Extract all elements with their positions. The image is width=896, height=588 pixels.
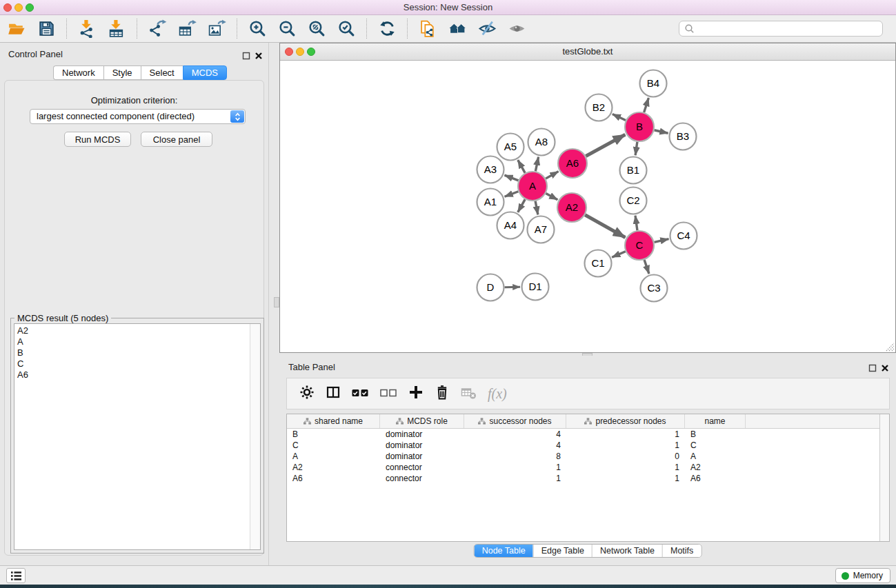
export-network-button[interactable] — [148, 19, 167, 39]
edge-A-A5[interactable] — [518, 160, 525, 173]
export-image-button[interactable] — [207, 19, 226, 39]
edge-C-C4[interactable] — [654, 239, 668, 243]
minimize-window-button[interactable] — [14, 3, 23, 12]
delete-column-button[interactable] — [435, 385, 450, 403]
table-cell[interactable]: 1 — [566, 440, 685, 450]
mcds-result-item[interactable]: A6 — [14, 369, 249, 381]
float-panel-icon[interactable] — [242, 50, 250, 63]
open-session-button[interactable] — [7, 19, 26, 39]
table-cell[interactable]: 1 — [566, 463, 685, 472]
save-session-button[interactable] — [37, 19, 56, 39]
table-cell[interactable]: C — [287, 440, 380, 450]
tab-style[interactable]: Style — [103, 65, 141, 80]
table-cell[interactable]: 1 — [464, 474, 566, 483]
edge-C-C2[interactable] — [635, 216, 637, 230]
tab-select[interactable]: Select — [141, 65, 183, 80]
network-zoom-button[interactable] — [307, 48, 315, 56]
table-cell[interactable]: A — [287, 452, 380, 461]
tab-node-table[interactable]: Node Table — [475, 545, 533, 557]
network-graph[interactable]: AA1A2A3A4A5A6A7A8BB1B2B3B4CC1C2C3C4DD1 — [280, 61, 895, 352]
column-header-name[interactable]: name — [685, 414, 746, 428]
close-panel-icon[interactable] — [255, 50, 263, 63]
edge-A-A4[interactable] — [518, 199, 525, 212]
network-minimize-button[interactable] — [296, 48, 304, 56]
zoom-in-button[interactable] — [248, 19, 267, 39]
duplicate-network-button[interactable] — [418, 19, 437, 39]
table-cell[interactable]: C — [685, 440, 746, 450]
table-settings-button[interactable] — [299, 385, 315, 403]
task-history-button[interactable] — [6, 568, 26, 583]
run-mcds-button[interactable]: Run MCDS — [64, 132, 131, 147]
tab-edge-table[interactable]: Edge Table — [533, 545, 592, 557]
network-close-button[interactable] — [285, 48, 293, 56]
table-row[interactable]: Bdominator41B — [287, 429, 889, 440]
edge-B-B2[interactable] — [613, 114, 626, 120]
edge-B-B1[interactable] — [635, 142, 637, 155]
zoom-fit-button[interactable] — [307, 19, 326, 39]
column-header-MCDS-role[interactable]: MCDS role — [380, 414, 464, 428]
table-cell[interactable]: A6 — [287, 474, 380, 483]
edge-B-B3[interactable] — [654, 130, 668, 133]
table-cell[interactable]: dominator — [380, 429, 464, 439]
column-header-successor-nodes[interactable]: successor nodes — [464, 414, 566, 428]
edge-A-A6[interactable] — [546, 172, 558, 179]
edge-B-B4[interactable] — [644, 98, 649, 112]
table-cell[interactable]: A2 — [287, 463, 380, 472]
refresh-button[interactable] — [377, 19, 397, 39]
edge-A-A7[interactable] — [535, 201, 538, 215]
show-column-button[interactable] — [326, 385, 341, 403]
network-canvas[interactable]: AA1A2A3A4A5A6A7A8BB1B2B3B4CC1C2C3C4DD1 — [280, 61, 895, 352]
mcds-result-item[interactable]: B — [14, 347, 249, 358]
table-cell[interactable]: connector — [380, 474, 464, 483]
select-all-columns-button[interactable] — [352, 387, 369, 401]
edge-A-A3[interactable] — [504, 175, 518, 181]
table-cell[interactable]: 8 — [464, 452, 566, 461]
mcds-result-item[interactable]: A2 — [14, 325, 249, 336]
edge-A-A2[interactable] — [546, 194, 557, 200]
zoom-out-button[interactable] — [277, 19, 297, 39]
hide-panel-button[interactable] — [477, 19, 497, 39]
tab-network-table[interactable]: Network Table — [592, 545, 662, 557]
search-input[interactable] — [697, 23, 877, 34]
column-header-predecessor-nodes[interactable]: predecessor nodes — [566, 414, 685, 428]
table-cell[interactable]: 1 — [566, 429, 685, 439]
table-cell[interactable]: dominator — [380, 452, 464, 461]
table-row[interactable]: Adominator80A — [287, 451, 889, 462]
result-list-scrollbar[interactable] — [250, 324, 260, 549]
table-cell[interactable]: 1 — [566, 474, 685, 483]
edge-C-C3[interactable] — [644, 260, 649, 274]
edge-A-A1[interactable] — [505, 192, 519, 196]
table-cell[interactable]: 4 — [464, 440, 566, 450]
table-row[interactable]: A6connector11A6 — [287, 473, 889, 484]
export-table-button[interactable] — [177, 19, 197, 39]
edge-C-C1[interactable] — [612, 252, 626, 258]
table-scrollbar[interactable] — [879, 414, 889, 541]
show-panel-button[interactable] — [507, 19, 526, 39]
close-window-button[interactable] — [3, 3, 12, 12]
create-column-button[interactable] — [408, 385, 424, 403]
edge-A6-B[interactable] — [586, 134, 625, 156]
table-cell[interactable]: connector — [380, 463, 464, 472]
zoom-window-button[interactable] — [26, 3, 34, 12]
table-cell[interactable]: A2 — [685, 463, 746, 472]
close-panel-button[interactable]: Close panel — [141, 132, 212, 147]
table-cell[interactable]: 4 — [464, 429, 566, 439]
resize-grip[interactable] — [885, 342, 895, 352]
table-cell[interactable]: dominator — [380, 440, 464, 450]
table-cell[interactable]: B — [685, 429, 746, 439]
import-table-button[interactable] — [107, 19, 126, 39]
tab-network[interactable]: Network — [53, 65, 103, 80]
column-header-shared-name[interactable]: shared name — [287, 414, 380, 428]
tab-mcds[interactable]: MCDS — [183, 65, 227, 80]
deselect-all-columns-button[interactable] — [380, 387, 397, 401]
table-row[interactable]: A2connector11A2 — [287, 462, 889, 473]
mcds-result-item[interactable]: C — [14, 358, 249, 369]
table-cell[interactable]: 0 — [566, 452, 685, 461]
optimization-criterion-select[interactable]: largest connected component (directed) — [30, 109, 246, 124]
table-cell[interactable]: 1 — [464, 463, 566, 472]
float-table-panel-icon[interactable] — [868, 363, 877, 375]
mcds-result-item[interactable]: A — [14, 336, 249, 347]
edge-A-A8[interactable] — [535, 157, 538, 172]
show-all-networks-button[interactable] — [448, 19, 467, 39]
import-network-button[interactable] — [77, 19, 97, 39]
